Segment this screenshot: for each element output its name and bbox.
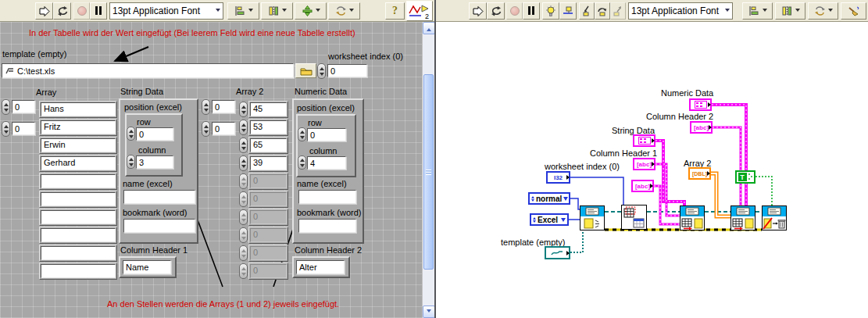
row-input[interactable]: 0 [307,128,346,141]
vertical-scrollbar[interactable] [422,22,434,318]
step-out-button[interactable] [610,2,626,20]
run-button[interactable] [35,2,53,20]
terminal-string-data-cluster[interactable] [633,134,655,147]
array-element[interactable]: 65 [248,137,288,154]
scroll-down-button[interactable] [423,305,434,318]
align-objects-dropdown[interactable] [227,2,259,20]
template-path-constant[interactable] [545,246,570,259]
reorder-objects-dropdown[interactable] [808,2,838,20]
font-selector[interactable]: 13pt Application Font [628,2,733,20]
template-path-wire[interactable] [570,230,583,252]
distribute-objects-dropdown[interactable] [261,2,293,20]
column-input[interactable]: 3 [136,155,173,169]
chevron-down-icon [216,9,220,14]
highlight-execution-button[interactable] [542,2,559,20]
vi-new-report[interactable] [580,205,605,230]
enum-excel[interactable]: Excel [530,213,569,226]
array-element[interactable] [39,263,117,280]
array1-index-stepper[interactable] [2,121,10,137]
step-into-button[interactable] [579,2,595,20]
vi-append-table-2[interactable] [730,205,755,230]
array-element[interactable]: Hans [39,101,117,118]
column-stepper[interactable] [127,155,135,169]
name-input[interactable] [123,190,195,204]
chevron-down-icon [349,9,354,14]
array2-index-stepper[interactable] [202,99,210,115]
enum-normal[interactable]: normal [528,192,570,205]
vi-append-table-1[interactable] [680,205,705,230]
array-element[interactable]: 39 [248,155,288,172]
column-header1-input[interactable]: Name [123,260,171,274]
array-element[interactable]: Gerhard [39,155,117,172]
row-stepper[interactable] [298,127,306,141]
cleanup-diagram-button[interactable] [841,2,866,20]
step-over-button[interactable] [595,2,610,20]
vi-excel-table[interactable] [621,205,647,230]
array-element[interactable]: Fritz [39,119,117,136]
array2-wire[interactable] [711,173,730,216]
align-objects-dropdown[interactable] [742,2,773,20]
distribute-objects-dropdown[interactable] [775,2,805,20]
array1-index-input2[interactable]: 0 [12,122,35,135]
abort-button[interactable] [73,2,90,20]
reorder-objects-dropdown[interactable] [328,2,360,20]
terminal-column-header1-abc[interactable]: [abc] [633,158,655,170]
row-input[interactable]: 0 [136,127,173,141]
terminal-worksheet-index-i32[interactable]: I32 [546,171,570,184]
array-element[interactable]: Erwin [39,137,117,154]
run-button[interactable] [469,2,487,20]
font-selector[interactable]: 13pt Application Font [109,2,223,20]
array2-index-input[interactable]: 0 [212,100,235,113]
vi-dispose-report[interactable] [762,205,787,230]
array-element[interactable] [39,209,117,226]
column-header1-label: Column Header 1 [120,245,188,255]
increment-decrement[interactable] [239,120,248,135]
resize-objects-dropdown[interactable] [295,2,327,20]
bd-label-numeric-data: Numeric Data [661,88,713,98]
array-element[interactable] [39,173,117,190]
path-control[interactable]: C:\test.xls [2,63,294,78]
block-diagram-canvas: Numeric Data Column Header 2 String Data… [436,22,868,318]
array1-index-input[interactable]: 0 [12,100,35,113]
terminal-column-header2-abc[interactable]: [abc] [690,121,713,134]
worksheet-index-input[interactable]: 0 [327,64,367,77]
scroll-up-button[interactable] [423,22,434,34]
help-button[interactable]: ? [385,2,405,20]
column-input[interactable]: 4 [307,156,346,170]
vi-icon-button[interactable]: 2 [406,1,433,21]
terminal-array-abc[interactable]: [abc] [631,180,654,192]
terminal-array2-dbl[interactable]: [DBL] [688,167,711,180]
true-constant[interactable]: T [735,170,755,184]
bookmark-input[interactable] [123,219,195,233]
terminal-numeric-data-cluster[interactable] [689,98,712,111]
column-stepper[interactable] [298,155,306,170]
abort-icon [77,6,87,16]
array-element[interactable] [39,245,117,262]
chevron-down-icon [282,9,287,14]
array-element[interactable]: 53 [248,119,288,136]
increment-decrement[interactable] [239,102,248,117]
boolean-wire[interactable] [755,177,772,205]
bookmark-input[interactable] [298,219,356,233]
run-continuously-button[interactable] [53,2,71,20]
array1-index-stepper[interactable] [2,99,10,115]
scroll-thumb[interactable] [423,74,434,270]
abort-button[interactable] [506,2,523,20]
array-element[interactable] [39,191,117,208]
worksheet-index-stepper[interactable] [317,63,326,79]
array2-index-stepper[interactable] [202,121,210,137]
row-stepper[interactable] [127,127,135,141]
pause-button[interactable] [523,2,540,20]
array2-index-input2[interactable]: 0 [212,122,235,135]
numeric-data-label: Numeric Data [295,87,347,96]
array-element[interactable]: 45 [248,101,288,118]
increment-decrement[interactable] [239,155,248,171]
name-input[interactable] [298,190,356,204]
browse-button[interactable] [295,63,316,78]
column-header2-input[interactable]: Alter [296,260,345,274]
run-continuously-button[interactable] [487,2,505,20]
pause-button[interactable] [90,2,107,20]
array-element[interactable] [39,227,117,244]
retain-wire-values-button[interactable] [559,2,577,20]
increment-decrement[interactable] [239,138,248,153]
